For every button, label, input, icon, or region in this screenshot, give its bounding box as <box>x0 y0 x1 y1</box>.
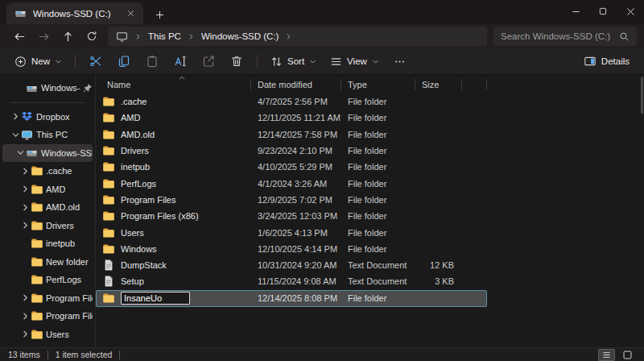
file-row-inetpub[interactable]: inetpub4/10/2025 5:29 PMFile folder <box>96 159 644 175</box>
sidebar-item-amd[interactable]: AMD <box>2 180 93 199</box>
details-pane-button[interactable]: Details <box>577 51 636 72</box>
tree-chevron-icon[interactable] <box>19 312 31 321</box>
file-type-cell: File folder <box>341 293 415 303</box>
folder-icon <box>102 95 115 108</box>
cut-button[interactable] <box>82 51 109 72</box>
breadcrumb-chevron-icon[interactable] <box>134 33 142 40</box>
tree-chevron-icon[interactable] <box>10 131 21 139</box>
file-date-cell: 10/31/2024 9:20 AM <box>251 260 341 270</box>
file-row-insaneuo[interactable]: 12/14/2025 8:08 PMFile folder <box>96 290 487 307</box>
file-row-users[interactable]: Users1/6/2025 4:13 PMFile folder <box>96 224 644 240</box>
file-date-cell: 12/10/2025 4:14 PM <box>251 244 341 254</box>
column-header-size[interactable]: Size <box>415 76 462 93</box>
breadcrumb-this-pc[interactable]: This PC <box>148 31 181 41</box>
column-header-date-modified[interactable]: Date modified <box>251 76 341 93</box>
see-more-button[interactable] <box>386 51 413 72</box>
file-row-setup[interactable]: Setup11/15/2024 9:08 AMText Document3 KB <box>96 273 644 289</box>
tree-chevron-icon[interactable] <box>19 330 31 338</box>
back-button[interactable] <box>7 26 31 47</box>
file-name-label: Program Files (x86) <box>121 211 199 221</box>
folder-icon <box>102 292 115 305</box>
sidebar-item-program-files[interactable]: Program Files <box>2 289 93 308</box>
tree-chevron-icon[interactable] <box>19 167 31 176</box>
breadcrumb-chevron-icon[interactable] <box>285 33 292 40</box>
sidebar-item-cache[interactable]: .cache <box>2 162 93 180</box>
file-row-amd[interactable]: AMD12/11/2025 11:21 AMFile folder <box>96 110 644 126</box>
rename-input[interactable] <box>121 292 190 305</box>
drive-icon <box>26 147 41 159</box>
sidebar-item-inetpub[interactable]: inetpub <box>2 234 93 253</box>
tree-chevron-icon[interactable] <box>10 112 21 121</box>
sidebar-item-windows-ssi[interactable]: Windows-SSI <box>2 79 93 98</box>
column-header-name[interactable]: Name <box>96 76 251 93</box>
file-row-amd-old[interactable]: AMD.old12/14/2025 7:58 PMFile folder <box>96 127 644 143</box>
file-row-windows[interactable]: Windows12/10/2025 4:14 PMFile folder <box>96 241 644 257</box>
sidebar-item-label: Windows-SSI <box>41 83 80 93</box>
chevron-down-icon <box>55 58 62 65</box>
file-name-label: Users <box>121 228 144 238</box>
folder-icon <box>31 237 46 250</box>
details-button-label: Details <box>601 56 630 66</box>
refresh-button[interactable] <box>80 26 104 47</box>
file-name-cell: Windows <box>96 243 251 255</box>
sidebar-item-program-files-x86[interactable]: Program Files (x86) <box>2 307 93 326</box>
file-name-cell: Program Files <box>96 193 251 206</box>
maximize-button[interactable] <box>589 0 617 23</box>
file-name-cell: Program Files (x86) <box>96 210 251 222</box>
file-row-dumpstack[interactable]: DumpStack10/31/2024 9:20 AMText Document… <box>96 257 644 273</box>
file-name-label: inetpub <box>121 162 150 172</box>
window-controls <box>562 0 644 23</box>
sort-button[interactable]: Sort <box>264 51 323 72</box>
sidebar-item-windows-ssd[interactable]: Windows-SSD <box>2 144 93 163</box>
file-name-label: Windows <box>121 244 157 254</box>
search-icon[interactable] <box>619 31 630 42</box>
sidebar-item-label: Program Files (x86) <box>46 311 93 321</box>
up-button[interactable] <box>56 26 80 47</box>
copy-button[interactable] <box>110 51 138 72</box>
file-name-cell: AMD <box>96 111 251 124</box>
sidebar-item-perflogs[interactable]: PerfLogs <box>2 271 93 289</box>
breadcrumb-chevron-icon[interactable] <box>188 33 195 40</box>
file-row-perflogs[interactable]: PerfLogs4/1/2024 3:26 AMFile folder <box>96 175 644 191</box>
file-row-program-files-x86[interactable]: Program Files (x86)3/24/2025 12:03 PMFil… <box>96 208 644 224</box>
sort-button-label: Sort <box>287 56 304 66</box>
file-name-label: AMD.old <box>121 130 155 139</box>
sidebar-item-this-pc[interactable]: This PC <box>2 126 93 144</box>
sidebar-item-new-folder[interactable]: New folder <box>2 253 93 272</box>
sidebar-item-dropbox[interactable]: Dropbox <box>2 108 93 127</box>
sidebar-item-label: AMD <box>46 185 65 194</box>
sidebar-item-label: Windows-SSD <box>41 148 93 158</box>
file-row-cache[interactable]: .cache4/7/2025 2:56 PMFile folder <box>96 93 644 110</box>
minimize-button[interactable] <box>562 0 589 23</box>
file-type-cell: File folder <box>341 97 415 106</box>
file-row-program-files[interactable]: Program Files12/9/2025 7:02 PMFile folde… <box>96 192 644 208</box>
tree-chevron-icon[interactable] <box>14 148 26 157</box>
sidebar-item-users[interactable]: Users <box>2 326 93 344</box>
sidebar-item-amd-old[interactable]: AMD.old <box>2 198 93 217</box>
close-button[interactable] <box>617 0 644 23</box>
share-button[interactable] <box>195 51 222 72</box>
tab-close-icon[interactable] <box>124 6 138 20</box>
paste-button[interactable] <box>138 51 166 72</box>
tree-chevron-icon[interactable] <box>19 185 31 193</box>
forward-button[interactable] <box>31 26 56 47</box>
tree-chevron-icon[interactable] <box>19 221 31 230</box>
view-button[interactable]: View <box>324 51 386 72</box>
new-tab-button[interactable] <box>149 5 170 24</box>
rename-button[interactable] <box>167 51 194 72</box>
details-view-toggle[interactable] <box>598 349 615 361</box>
tree-chevron-icon[interactable] <box>19 293 31 302</box>
column-header-type[interactable]: Type <box>341 76 415 93</box>
file-name-cell: inetpub <box>96 160 251 173</box>
large-icons-view-toggle[interactable] <box>619 349 636 361</box>
breadcrumb-windows-ssd[interactable]: Windows-SSD (C:) <box>201 31 279 41</box>
tree-chevron-icon[interactable] <box>19 203 31 212</box>
tab-windows-ssd[interactable]: Windows-SSD (C:) <box>6 2 143 24</box>
file-row-drivers[interactable]: Drivers9/23/2024 2:10 PMFile folder <box>96 143 644 159</box>
new-button[interactable]: New <box>8 51 68 72</box>
delete-button[interactable] <box>223 51 250 72</box>
address-bar[interactable]: This PC Windows-SSD (C:) <box>108 27 487 46</box>
search-box[interactable]: Search Windows-SSD (C:) <box>493 27 637 46</box>
file-list-pane: Name Date modified Type Size .cache4/7/2… <box>96 75 644 347</box>
sidebar-item-drivers[interactable]: Drivers <box>2 217 93 235</box>
